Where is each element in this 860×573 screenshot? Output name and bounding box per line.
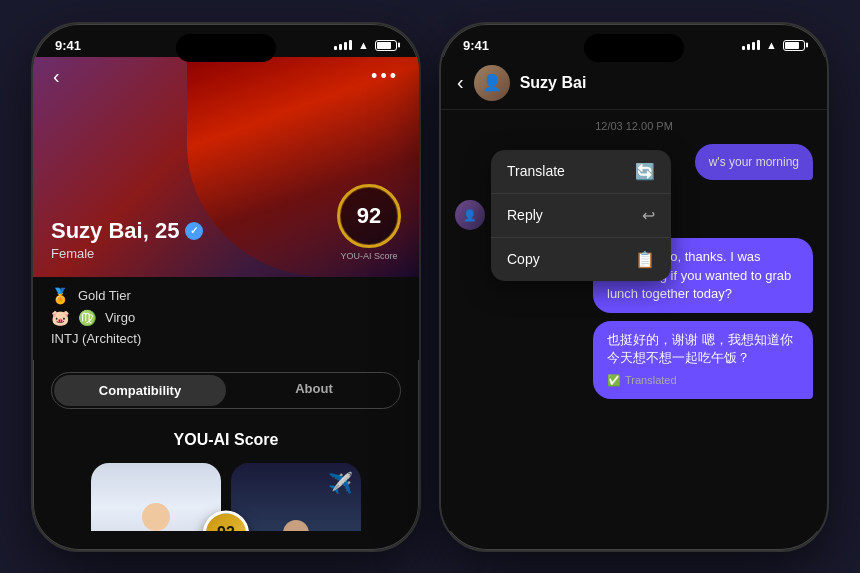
battery-icon <box>375 40 397 51</box>
context-reply[interactable]: Reply ↩ <box>491 194 671 238</box>
user-name: Suzy Bai, 25 ✓ <box>51 218 203 244</box>
user-cards-wrapper: Suzy Bai 🌟 92 <box>51 463 401 531</box>
profile-nav: ‹ ••• <box>33 57 419 96</box>
partial-bubble: w's your morning <box>695 144 813 181</box>
user-gender: Female <box>51 246 203 261</box>
personality-label: INTJ (Architect) <box>51 331 141 346</box>
tab-compatibility[interactable]: Compatibility <box>54 375 226 406</box>
zodiac-star-icon: ♍ <box>78 309 97 327</box>
chat-timestamp: 12/03 12.00 PM <box>455 120 813 132</box>
reply-icon: ↩ <box>642 206 655 225</box>
status-icons-2: ▲ <box>742 39 805 51</box>
figure-head-1 <box>142 503 170 531</box>
score-ring: 92 <box>337 184 401 248</box>
zodiac-row: 🐷 ♍ Virgo <box>51 309 401 327</box>
figure-head-2 <box>283 520 309 531</box>
wifi-icon: ▲ <box>358 39 369 51</box>
back-button[interactable]: ‹ <box>53 65 60 88</box>
chat-back-button[interactable]: ‹ <box>457 71 464 94</box>
personality-row: INTJ (Architect) <box>51 331 401 346</box>
tier-icon: 🏅 <box>51 287 70 305</box>
signal-icon-2 <box>742 40 760 50</box>
verified-badge: ✓ <box>185 222 203 240</box>
tier-label: Gold Tier <box>78 288 131 303</box>
status-icons-1: ▲ <box>334 39 397 51</box>
context-translate[interactable]: Translate 🔄 <box>491 150 671 194</box>
score-label: YOU-AI Score <box>340 251 397 261</box>
user-card-2: Min Ho Sung 😊 ✈️ <box>231 463 361 531</box>
score-section: YOU-AI Score Suzy Bai 🌟 <box>33 421 419 531</box>
phone-profile: 9:41 ▲ ‹ <box>31 22 421 552</box>
person-figure-1 <box>136 503 176 531</box>
emoji-decoration-3: ✈️ <box>328 471 353 495</box>
signal-icon <box>334 40 352 50</box>
dynamic-island-2 <box>584 34 684 62</box>
chat-messages: 12/03 12.00 PM w's your morning Translat… <box>441 110 827 531</box>
translated-check-icon: ✅ <box>607 373 621 388</box>
chat-content: ‹ 👤 Suzy Bai 12/03 12.00 PM w's your mor… <box>441 57 827 531</box>
context-menu[interactable]: Translate 🔄 Reply ↩ Copy 📋 <box>491 150 671 281</box>
chat-user-name: Suzy Bai <box>520 74 587 92</box>
tab-about[interactable]: About <box>228 373 400 408</box>
dynamic-island <box>176 34 276 62</box>
translate-icon: 🔄 <box>635 162 655 181</box>
time-1: 9:41 <box>55 38 81 53</box>
hero-area: ‹ ••• Suzy Bai, 25 ✓ Female <box>33 57 419 277</box>
phone-chat: 9:41 ▲ ‹ 👤 Suzy B <box>439 22 829 552</box>
more-button[interactable]: ••• <box>371 66 399 87</box>
message-row-3: 也挺好的，谢谢 嗯，我想知道你今天想不想一起吃午饭？ ✅ Translated <box>455 321 813 399</box>
profile-details: 🏅 Gold Tier 🐷 ♍ Virgo INTJ (Architect) <box>33 277 419 360</box>
tier-row: 🏅 Gold Tier <box>51 287 401 305</box>
chat-header: ‹ 👤 Suzy Bai <box>441 57 827 110</box>
user-info-overlay: Suzy Bai, 25 ✓ Female <box>51 218 203 261</box>
time-2: 9:41 <box>463 38 489 53</box>
person-figure-2 <box>278 520 314 531</box>
zodiac-animal-icon: 🐷 <box>51 309 70 327</box>
score-number: 92 <box>357 203 381 229</box>
score-circle: 92 YOU-AI Score <box>337 184 401 261</box>
wifi-icon-2: ▲ <box>766 39 777 51</box>
profile-content: ‹ ••• Suzy Bai, 25 ✓ Female <box>33 57 419 531</box>
zodiac-star-label: Virgo <box>105 310 135 325</box>
copy-icon: 📋 <box>635 250 655 269</box>
context-copy[interactable]: Copy 📋 <box>491 238 671 281</box>
user-card-1: Suzy Bai 🌟 <box>91 463 221 531</box>
bubble-sent-2: 也挺好的，谢谢 嗯，我想知道你今天想不想一起吃午饭？ ✅ Translated <box>593 321 813 399</box>
card-background-1 <box>91 463 221 531</box>
translated-label: ✅ Translated <box>607 373 799 388</box>
battery-icon-2 <box>783 40 805 51</box>
tab-bar: Compatibility About <box>51 372 401 409</box>
received-avatar-1: 👤 <box>455 200 485 230</box>
score-section-title: YOU-AI Score <box>51 431 401 449</box>
chat-avatar: 👤 <box>474 65 510 101</box>
